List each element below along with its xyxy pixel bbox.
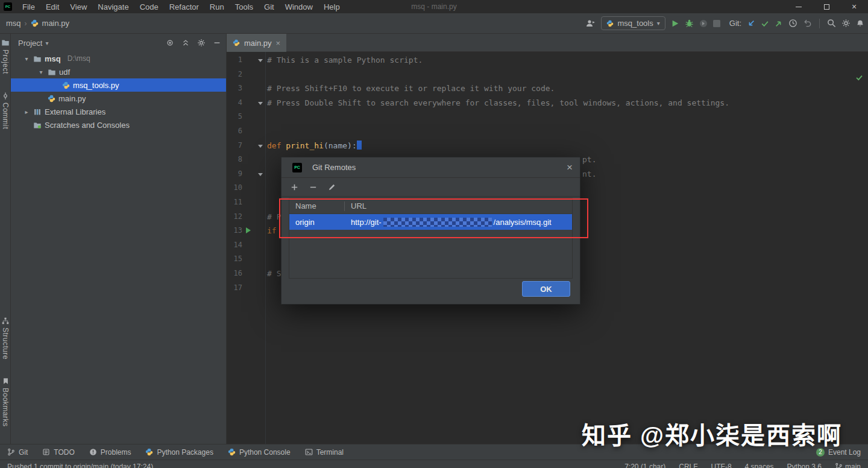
settings-gear-icon[interactable] bbox=[841, 19, 851, 28]
menu-help[interactable]: Help bbox=[318, 0, 345, 13]
status-interpreter[interactable]: Python 3.6 bbox=[787, 463, 822, 468]
status-encoding[interactable]: UTF-8 bbox=[711, 463, 732, 468]
stop-button[interactable] bbox=[713, 20, 720, 27]
run-configuration-select[interactable]: msq_tools ▾ bbox=[601, 16, 665, 30]
close-button[interactable]: × bbox=[840, 0, 868, 13]
tree-arrow-icon[interactable]: ▾ bbox=[23, 55, 30, 62]
rollback-icon[interactable] bbox=[803, 19, 812, 28]
commit-tab-icon bbox=[2, 92, 9, 100]
status-indent[interactable]: 4 spaces bbox=[745, 463, 774, 468]
ok-button[interactable]: OK bbox=[522, 281, 570, 297]
tool-window-button-todo[interactable]: TODO bbox=[42, 448, 74, 457]
menu-code[interactable]: Code bbox=[134, 0, 164, 13]
menu-view[interactable]: View bbox=[64, 0, 92, 13]
debug-button[interactable] bbox=[685, 19, 694, 28]
search-everywhere-icon[interactable] bbox=[827, 19, 836, 28]
edit-remote-icon[interactable] bbox=[327, 183, 336, 192]
folder-icon bbox=[33, 55, 42, 63]
column-header-url[interactable]: URL bbox=[345, 201, 366, 210]
line-number: 4 bbox=[227, 96, 242, 110]
status-bar-right: 7:20 (1 char)CRLFUTF-84 spacesPython 3.6… bbox=[624, 463, 861, 468]
code-line-2[interactable]: 2 bbox=[227, 68, 868, 82]
collapse-all-icon[interactable] bbox=[181, 39, 190, 47]
menu-file[interactable]: File bbox=[17, 0, 40, 13]
tool-stripe-left: ProjectCommit StructureBookmarks bbox=[0, 34, 11, 444]
code-line-5[interactable]: 5 bbox=[227, 110, 868, 124]
tree-item-scratches-and-consoles[interactable]: Scratches and Consoles bbox=[11, 118, 226, 131]
structure-tab-icon bbox=[2, 317, 9, 324]
tree-item-main-py[interactable]: main.py bbox=[11, 92, 226, 105]
menu-window[interactable]: Window bbox=[280, 0, 318, 13]
remove-remote-icon[interactable] bbox=[309, 183, 318, 192]
add-remote-icon[interactable] bbox=[290, 183, 299, 192]
menu-run[interactable]: Run bbox=[204, 0, 230, 13]
notifications-bell-icon[interactable] bbox=[856, 19, 864, 28]
remotes-toolbar bbox=[281, 178, 580, 197]
close-tab-icon[interactable]: × bbox=[276, 39, 281, 48]
code-line-4[interactable]: 4# Press Double Shift to search everywhe… bbox=[227, 96, 868, 110]
status-caret-position[interactable]: 7:20 (1 char) bbox=[624, 463, 665, 468]
history-icon[interactable] bbox=[788, 19, 797, 28]
fold-marker-icon[interactable] bbox=[258, 145, 263, 148]
run-button[interactable] bbox=[671, 19, 679, 28]
coverage-button[interactable] bbox=[699, 19, 708, 28]
code-line-3[interactable]: 3# Press Shift+F10 to execute it or repl… bbox=[227, 81, 868, 96]
run-configuration-label: msq_tools bbox=[617, 19, 653, 28]
maximize-button[interactable] bbox=[813, 0, 840, 13]
tool-window-button-terminal[interactable]: Terminal bbox=[305, 448, 344, 457]
tool-window-button-python-console[interactable]: Python Console bbox=[228, 448, 291, 457]
menu-tools[interactable]: Tools bbox=[230, 0, 259, 13]
dialog-close-icon[interactable]: × bbox=[567, 162, 573, 172]
tool-stripe-bookmarks[interactable]: Bookmarks bbox=[1, 378, 10, 427]
remote-row-origin[interactable]: originhttp://git-/analysis/msq.git bbox=[289, 214, 572, 230]
tool-window-button-problems[interactable]: Problems bbox=[89, 448, 131, 457]
menu-git[interactable]: Git bbox=[259, 0, 280, 13]
code-with-me-icon[interactable] bbox=[585, 19, 596, 28]
status-item-label: UTF-8 bbox=[711, 463, 732, 468]
scratch-icon bbox=[33, 121, 42, 129]
tree-item-udf[interactable]: ▾udf bbox=[11, 65, 226, 78]
breadcrumb-project[interactable]: msq bbox=[6, 19, 21, 28]
run-line-icon[interactable] bbox=[246, 227, 251, 233]
panel-settings-gear-icon[interactable] bbox=[197, 39, 206, 47]
code-line-1[interactable]: 1# This is a sample Python script. bbox=[227, 53, 868, 68]
status-git-branch[interactable]: main bbox=[835, 463, 861, 468]
project-panel-title[interactable]: Project bbox=[18, 39, 42, 48]
tree-item-label: External Libraries bbox=[45, 107, 105, 116]
chevron-right-icon: › bbox=[25, 19, 27, 28]
status-line-separator[interactable]: CRLF bbox=[679, 463, 697, 468]
minimize-button[interactable] bbox=[785, 0, 813, 13]
tree-item-hint: D:\msq bbox=[68, 54, 90, 63]
code-token: if bbox=[267, 226, 281, 235]
select-opened-file-icon[interactable] bbox=[166, 39, 174, 47]
dialog-header[interactable]: PC Git Remotes × bbox=[281, 157, 580, 178]
fold-marker-icon[interactable] bbox=[258, 59, 263, 62]
menu-navigate[interactable]: Navigate bbox=[92, 0, 134, 13]
tree-item-msq[interactable]: ▾msqD:\msq bbox=[11, 52, 226, 65]
line-number: 2 bbox=[227, 68, 242, 82]
git-push-icon[interactable] bbox=[775, 19, 783, 28]
git-update-icon[interactable] bbox=[747, 19, 755, 28]
menu-edit[interactable]: Edit bbox=[40, 0, 64, 13]
tool-window-button-python-packages[interactable]: Python Packages bbox=[145, 448, 213, 457]
tree-item-msq-tools-py[interactable]: msq_tools.py bbox=[11, 78, 226, 92]
code-line-7[interactable]: 7def print_hi(name): bbox=[227, 139, 868, 153]
tree-item-external-libraries[interactable]: ▸External Libraries bbox=[11, 105, 226, 118]
tool-stripe-project[interactable]: Project bbox=[1, 39, 10, 74]
tool-stripe-commit[interactable]: Commit bbox=[1, 92, 10, 129]
fold-marker-icon[interactable] bbox=[258, 102, 263, 105]
git-commit-icon[interactable] bbox=[761, 19, 769, 28]
fold-marker-icon[interactable] bbox=[258, 173, 263, 176]
hide-panel-icon[interactable] bbox=[213, 39, 221, 47]
inspection-ok-icon[interactable] bbox=[855, 74, 863, 81]
code-line-6[interactable]: 6 bbox=[227, 124, 868, 139]
breadcrumb-file[interactable]: main.py bbox=[42, 19, 70, 28]
tree-arrow-icon[interactable]: ▾ bbox=[37, 69, 45, 75]
tab-main-py[interactable]: main.py × bbox=[227, 34, 286, 52]
code-text: # Press Shift+F10 to execute it or repla… bbox=[267, 81, 868, 96]
column-header-name[interactable]: Name bbox=[289, 201, 345, 211]
menu-refactor[interactable]: Refactor bbox=[164, 0, 204, 13]
tree-arrow-icon[interactable]: ▸ bbox=[23, 109, 30, 115]
tool-window-button-git[interactable]: Git bbox=[7, 448, 28, 457]
tool-stripe-structure[interactable]: Structure bbox=[1, 317, 10, 359]
